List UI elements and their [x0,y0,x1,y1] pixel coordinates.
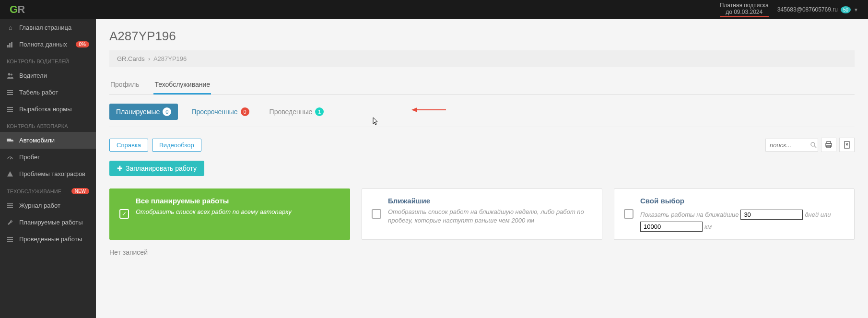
filter-card-custom[interactable]: Свой выбор Показать работы на ближайшие … [614,188,855,240]
no-records-text: Нет записей [109,248,855,256]
list-icon [7,89,14,96]
svg-rect-11 [7,139,11,141]
sidebar-section-maintenance: ТЕХОБСЛУЖИВАНИЕ NEW [0,182,96,197]
percent-badge: 0% [76,41,89,47]
svg-rect-18 [7,237,13,238]
topbar: GR Платная подписка до 09.03.2024 345683… [0,0,868,19]
sidebar-item-done-works[interactable]: Проведенные работы [0,231,96,247]
sidebar-item-home[interactable]: ⌂ Главная страница [0,19,96,36]
svg-rect-1 [9,43,11,47]
help-button[interactable]: Справка [109,139,148,152]
sidebar-label: Проблемы тахографов [19,170,85,177]
sidebar-label: Полнота данных [19,41,67,48]
search-icon [810,141,817,148]
chevron-down-icon: ▼ [854,7,858,12]
svg-rect-16 [7,205,13,206]
sidebar-item-planned-works[interactable]: Планируемые работы [0,214,96,231]
card-desc: Отобразить список работ на ближайшую нед… [388,208,592,225]
sidebar-label: Пробег [19,153,40,161]
sidebar-item-vehicles[interactable]: Автомобили [0,132,96,149]
svg-point-4 [11,73,12,75]
check-icon: ✓ [119,209,129,219]
main-content: A287YP196 GR.Cards › A287YP196 Профиль Т… [96,19,868,318]
search-input-wrapper[interactable] [765,139,818,152]
subscription-info[interactable]: Платная подписка до 09.03.2024 [720,2,769,18]
card-title: Ближайшие [388,197,592,205]
breadcrumb-root[interactable]: GR.Cards [117,55,145,62]
user-email: 345683@087605769.ru [777,6,838,13]
svg-rect-8 [7,107,13,108]
sidebar-item-mileage[interactable]: Пробег [0,149,96,165]
export-button[interactable] [839,138,855,152]
sidebar-item-norm[interactable]: Выработка нормы [0,101,96,118]
truck-icon [7,137,14,144]
page-title: A287YP196 [109,29,855,44]
filter-card-nearest[interactable]: Ближайшие Отобразить список работ на бли… [362,188,602,240]
cursor-icon [371,117,378,127]
svg-rect-6 [7,92,13,93]
sidebar-label: Главная страница [19,24,71,31]
card-desc: Отобразить список всех работ по всему ав… [136,208,340,216]
filter-card-all[interactable]: ✓ Все планируемые работы Отобразить спис… [109,188,350,240]
logo[interactable]: GR [10,3,24,16]
checkbox-empty-icon[interactable] [624,209,633,219]
gauge-icon [7,154,14,161]
subtab-overdue[interactable]: Просроченные 0 [185,104,256,120]
svg-line-14 [10,157,12,159]
add-work-button[interactable]: ✚ Запланировать работу [109,161,204,176]
warning-icon [7,171,14,177]
svg-point-13 [12,141,13,142]
svg-rect-15 [7,203,13,204]
sidebar-label: Проведенные работы [19,236,82,243]
sidebar-label: Табель работ [19,89,58,96]
subscription-line1: Платная подписка [720,2,769,9]
sidebar-item-timesheet[interactable]: Табель работ [0,84,96,101]
svg-point-12 [8,141,10,142]
sidebar-item-data-completeness[interactable]: Полнота данных 0% [0,36,96,53]
new-badge: NEW [71,188,89,194]
wrench-icon [7,219,14,226]
user-menu[interactable]: 345683@087605769.ru 50 ▼ [777,6,858,13]
card-title: Свой выбор [640,197,845,205]
list-icon [7,236,14,243]
breadcrumb: GR.Cards › A287YP196 [109,50,855,67]
svg-point-21 [811,142,815,146]
svg-rect-5 [7,90,13,91]
card-title: Все планируемые работы [136,197,340,205]
checkbox-empty-icon[interactable] [372,209,381,219]
print-button[interactable] [821,138,836,152]
tabs: Профиль Техобслуживание [109,76,855,95]
sidebar-section-drivers: КОНТРОЛЬ ВОДИТЕЛЕЙ [0,53,96,67]
svg-rect-26 [845,141,849,148]
km-input[interactable] [640,222,703,232]
svg-rect-17 [7,207,13,208]
sidebar-item-tacho-issues[interactable]: Проблемы тахографов [0,165,96,182]
sidebar-section-fleet: КОНТРОЛЬ АВТОПАРКА [0,118,96,132]
home-icon: ⌂ [7,24,14,31]
bars-icon [7,41,14,48]
svg-rect-20 [7,241,13,242]
count-badge: 0 [163,107,171,116]
subtab-done[interactable]: Проведенные 1 [263,104,331,120]
svg-rect-0 [7,45,9,47]
sidebar-label: Планируемые работы [19,219,83,226]
list-icon [7,202,14,209]
count-badge: 1 [315,107,324,116]
plus-icon: ✚ [117,165,123,172]
sidebar-item-work-log[interactable]: Журнал работ [0,197,96,214]
video-button[interactable]: Видеообзор [152,139,201,152]
svg-line-22 [814,146,816,148]
subtabs: Планируемые 0 Просроченные 0 Проведенные… [109,104,855,127]
search-input[interactable] [770,141,808,149]
svg-point-3 [8,73,11,75]
svg-rect-9 [7,109,13,110]
users-icon [7,72,14,79]
sidebar-label: Выработка нормы [19,106,72,113]
tab-maintenance[interactable]: Техобслуживание [153,76,211,94]
tab-profile[interactable]: Профиль [109,76,140,94]
subscription-line2: до 09.03.2024 [720,9,769,15]
days-input[interactable] [740,210,803,220]
sidebar-item-drivers[interactable]: Водители [0,67,96,84]
breadcrumb-current: A287YP196 [153,55,187,62]
subtab-planned[interactable]: Планируемые 0 [109,104,178,120]
